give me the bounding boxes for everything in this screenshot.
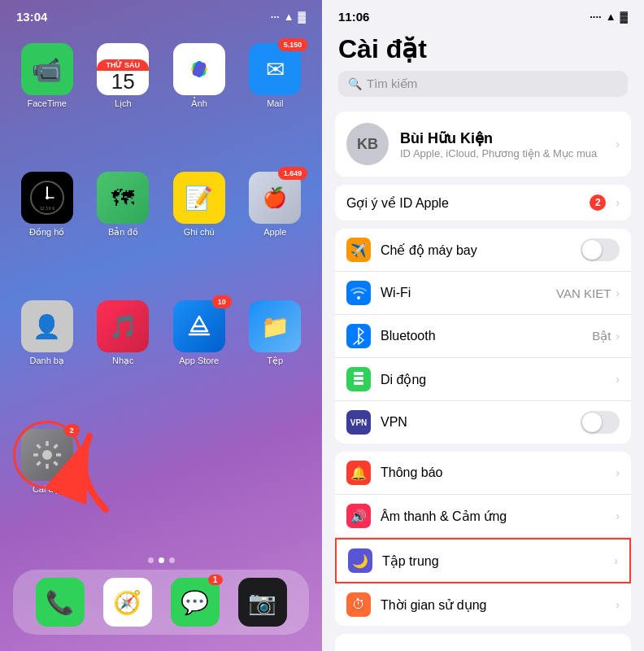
icon-didong (346, 367, 371, 391)
dock-camera[interactable]: 📷 (238, 578, 287, 627)
status-bar-right: 11:06 ···· ▲ ▓ (322, 0, 644, 27)
svg-line-23 (37, 462, 40, 465)
phone-left: 13:04 ··· ▲ ▓ 📹 FaceTime THỨ SÁU 15 Lịch (0, 0, 322, 651)
app-apple[interactable]: 🍎 1.649 Apple (242, 172, 310, 286)
row-thoigian[interactable]: ⏱ Thời gian sử dụng › (335, 583, 631, 626)
time-left: 13:04 (16, 10, 47, 24)
profile-name: Bùi Hữu Kiện (400, 129, 604, 147)
svg-line-20 (37, 445, 40, 448)
row-chedomaybay[interactable]: ✈️ Chế độ máy bay (335, 229, 631, 272)
nhac-icon: 🎵 (97, 300, 149, 352)
amthanh-chevron: › (616, 509, 620, 522)
ghichu-icon: 📝 (173, 172, 225, 224)
svg-point-11 (46, 196, 49, 199)
thoigian-chevron: › (616, 598, 620, 611)
apple-label: Apple (263, 227, 286, 237)
icon-thongbao: 🔔 (346, 461, 371, 485)
apple-id-label: Gợi ý về ID Apple (346, 195, 580, 211)
danhba-icon: 👤 (21, 300, 73, 352)
app-facetime[interactable]: 📹 FaceTime (13, 43, 81, 157)
appstore-label: App Store (179, 356, 219, 365)
battery-icon: ▓ (298, 11, 306, 23)
apple-badge: 1.649 (278, 167, 308, 180)
thongbao-content: Thông báo (381, 465, 606, 480)
svg-text:12 3 6 9: 12 3 6 9 (40, 206, 54, 211)
amthanh-content: Âm thanh & Cảm ứng (381, 509, 606, 524)
mail-label: Mail (267, 98, 283, 108)
signal-icon: ··· (271, 11, 280, 23)
app-mail[interactable]: ✉ 5.150 Mail (242, 43, 310, 157)
row-taptrung[interactable]: 🌙 Tập trung › (335, 538, 631, 583)
didong-content: Di động (381, 372, 606, 387)
chedomaybay-toggle[interactable] (581, 238, 620, 261)
thoigian-content: Thời gian sử dụng (381, 597, 606, 613)
app-tep[interactable]: 📁 Tệp (242, 300, 310, 414)
profile-info: Bùi Hữu Kiện ID Apple, iCloud, Phương ti… (400, 129, 604, 159)
app-bando[interactable]: 🗺 Bản đồ (89, 172, 158, 286)
bando-icon: 🗺 (97, 172, 149, 224)
bluetooth-content: Bluetooth (381, 329, 582, 343)
search-placeholder: Tìm kiếm (367, 76, 417, 91)
vpn-toggle[interactable] (581, 411, 620, 434)
row-amthanh[interactable]: 🔊 Âm thanh & Cảm ứng › (335, 495, 631, 538)
profile-chevron: › (616, 138, 620, 151)
apple-icon: 🍎 1.649 (249, 172, 301, 224)
status-bar-left: 13:04 ··· ▲ ▓ (0, 0, 322, 27)
dot-1 (148, 557, 154, 563)
dock-safari[interactable]: 🧭 (103, 578, 152, 627)
dock-phone[interactable]: 📞 (36, 578, 85, 627)
search-bar[interactable]: 🔍 Tìm kiếm (338, 71, 628, 97)
appstore-badge: 10 (212, 295, 232, 308)
didong-chevron: › (616, 373, 620, 386)
settings-content: KB Bùi Hữu Kiện ID Apple, iCloud, Phương… (322, 103, 644, 651)
row-bluetooth[interactable]: Bluetooth Bật › (335, 315, 631, 358)
settings-header: Cài đặt 🔍 Tìm kiếm (322, 27, 644, 103)
arrow-annotation (41, 412, 138, 521)
ghichu-label: Ghi chú (184, 227, 215, 237)
settings-title: Cài đặt (338, 33, 628, 64)
app-lich[interactable]: THỨ SÁU 15 Lịch (89, 43, 158, 157)
bluetooth-right: Bật › (592, 329, 620, 343)
row-thongbao[interactable]: 🔔 Thông báo › (335, 452, 631, 495)
svg-rect-26 (354, 377, 363, 380)
wifi-right: ▲ (606, 11, 616, 23)
settings-section-1: ✈️ Chế độ máy bay Wi-Fi (335, 229, 631, 443)
anh-icon (173, 43, 225, 95)
app-nhac[interactable]: 🎵 Nhạc (89, 300, 158, 414)
svg-rect-25 (354, 372, 363, 375)
time-right: 11:06 (338, 10, 369, 24)
wifi-content: Wi-Fi (381, 286, 546, 300)
signal-right: ···· (590, 11, 601, 23)
chedomaybay-content: Chế độ máy bay (381, 242, 571, 258)
tep-label: Tệp (267, 356, 283, 366)
taptrung-content: Tập trung (382, 553, 604, 569)
app-anh[interactable]: Ảnh (165, 43, 233, 157)
vpn-content: VPN (381, 415, 571, 430)
app-appstore[interactable]: 10 App Store (165, 300, 233, 414)
row-wifi[interactable]: Wi-Fi VAN KIET › (335, 272, 631, 315)
app-danhba[interactable]: 👤 Danh bạ (13, 300, 81, 414)
profile-section[interactable]: KB Bùi Hữu Kiện ID Apple, iCloud, Phương… (335, 111, 631, 177)
row-didong[interactable]: Di động › (335, 358, 631, 401)
icon-wifi (346, 281, 371, 305)
app-dongho[interactable]: 12 3 6 9 Đồng hồ (13, 172, 81, 286)
icon-chedomaybay: ✈️ (346, 238, 371, 262)
mail-icon: ✉ 5.150 (249, 43, 301, 95)
dock-messages[interactable]: 💬 1 (171, 578, 220, 627)
icon-vpn: VPN (346, 410, 371, 435)
taptrung-chevron: › (614, 554, 618, 567)
apple-id-suggestion[interactable]: Gợi ý về ID Apple 2 › (335, 185, 631, 221)
app-ghichu[interactable]: 📝 Ghi chú (165, 172, 233, 286)
dock: 📞 🧭 💬 1 📷 (13, 570, 309, 635)
avatar: KB (346, 123, 389, 165)
nhac-label: Nhạc (112, 356, 134, 366)
row-vpn[interactable]: VPN VPN (335, 401, 631, 443)
facetime-label: FaceTime (28, 98, 67, 108)
bando-label: Bản đồ (108, 227, 138, 238)
icon-bluetooth (346, 324, 371, 348)
facetime-icon: 📹 (21, 43, 73, 95)
row-partial[interactable] (335, 634, 631, 651)
danhba-label: Danh bạ (30, 356, 64, 366)
phone-right: 11:06 ···· ▲ ▓ Cài đặt 🔍 Tìm kiếm KB Bùi… (322, 0, 644, 651)
appstore-icon: 10 (173, 300, 225, 352)
